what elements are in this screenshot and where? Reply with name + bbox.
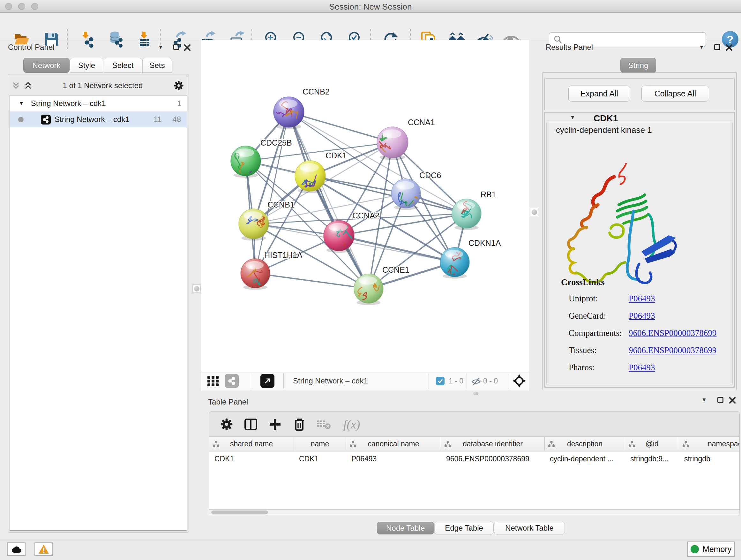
title-bar: Session: New Session bbox=[0, 0, 741, 13]
network-graph: CCNB2CCNA1CDC25BCDK1CDC6RB1CCNB1CCNA2CDK… bbox=[201, 40, 529, 371]
network-node-label-CDK1: CDK1 bbox=[326, 151, 347, 160]
column-header-namespace[interactable]: namespace bbox=[679, 437, 740, 451]
birdseye-icon[interactable] bbox=[513, 374, 526, 388]
column-header-description[interactable]: description bbox=[545, 437, 625, 451]
left-splitter-handle[interactable] bbox=[192, 285, 201, 293]
collapse-all-button[interactable]: Collapse All bbox=[642, 85, 709, 102]
tab-node-table[interactable]: Node Table bbox=[377, 522, 434, 535]
crosslink-link[interactable]: 9606.ENSP00000378699 bbox=[629, 328, 717, 338]
network-node-CDKN1A[interactable]: CDKN1A bbox=[440, 239, 501, 279]
network-node-CDK1[interactable]: CDK1 bbox=[295, 151, 347, 193]
table-cell: stringdb:9... bbox=[625, 451, 679, 466]
column-header--id[interactable]: @id bbox=[625, 437, 679, 451]
hidden-counts: 0 - 0 bbox=[483, 374, 498, 388]
tab-style[interactable]: Style bbox=[70, 58, 104, 73]
column-header-shared-name[interactable]: shared name bbox=[209, 437, 294, 451]
network-node-CDC25B[interactable]: CDC25B bbox=[231, 138, 292, 186]
detach-view-icon[interactable] bbox=[260, 374, 274, 388]
collapse-all-networks-icon[interactable] bbox=[12, 81, 20, 90]
column-header-name[interactable]: name bbox=[294, 437, 346, 451]
table-panel-menu-icon[interactable]: ▼ bbox=[701, 397, 707, 403]
gene-description: cyclin-dependent kinase 1 bbox=[556, 125, 652, 135]
toolbar-separator bbox=[67, 29, 68, 49]
tab-sets[interactable]: Sets bbox=[142, 58, 172, 73]
crosslink-label: Uniprot: bbox=[569, 294, 629, 304]
network-edge-count: 48 bbox=[172, 115, 181, 124]
network-selection-status: 1 of 1 Network selected bbox=[32, 81, 174, 90]
grid-view-icon[interactable] bbox=[207, 374, 219, 388]
control-panel-close-icon[interactable] bbox=[184, 44, 191, 51]
tab-select[interactable]: Select bbox=[104, 58, 142, 73]
table-settings-icon[interactable] bbox=[218, 416, 235, 433]
results-panel-close-icon[interactable] bbox=[726, 44, 733, 51]
tab-edge-table[interactable]: Edge Table bbox=[434, 522, 494, 535]
selected-checkbox-icon[interactable] bbox=[436, 374, 445, 388]
table-cell: 9606.ENSP00000378699 bbox=[441, 451, 545, 466]
network-node-CCNA1[interactable]: CCNA1 bbox=[369, 118, 435, 160]
bottom-splitter-handle[interactable] bbox=[473, 392, 478, 395]
expand-all-button[interactable]: Expand All bbox=[568, 85, 630, 102]
network-collection-row[interactable]: ▼ String Network – cdk1 1 bbox=[10, 96, 187, 111]
crosslink-link[interactable]: P06493 bbox=[629, 294, 655, 304]
delete-column-icon[interactable] bbox=[291, 416, 308, 433]
crosslink-link[interactable]: P06493 bbox=[629, 311, 655, 321]
network-edge-CCNA2-CDKN1A[interactable] bbox=[339, 236, 455, 262]
toolbar-separator bbox=[508, 373, 509, 388]
selected-counts: 1 - 0 bbox=[449, 374, 463, 388]
network-node-CCNB1[interactable]: CCNB1 bbox=[239, 200, 294, 241]
show-column-icon[interactable] bbox=[243, 416, 259, 433]
network-edge-HIST1H1A-CCNE1[interactable] bbox=[255, 273, 368, 289]
crosslink-link[interactable]: P06493 bbox=[629, 363, 655, 373]
network-node-label-CCNB1: CCNB1 bbox=[267, 200, 294, 209]
table-panel-float-icon[interactable] bbox=[718, 397, 724, 403]
table-panel-close-icon[interactable] bbox=[729, 397, 736, 404]
network-view-title: String Network – cdk1 bbox=[293, 374, 368, 388]
expand-all-networks-icon[interactable] bbox=[24, 81, 32, 90]
import-table-file-icon[interactable] bbox=[135, 30, 153, 48]
results-panel-title: Results Panel bbox=[546, 43, 593, 52]
network-edge-CCNB2-CCNA1[interactable] bbox=[289, 112, 393, 142]
network-edge-CCNB2-HIST1H1A[interactable] bbox=[255, 112, 289, 273]
import-network-database-icon[interactable] bbox=[107, 30, 125, 48]
crosslink-label: Tissues: bbox=[569, 346, 629, 355]
column-header-label: database identifier bbox=[463, 440, 523, 448]
network-canvas[interactable]: CCNB2CCNA1CDC25BCDK1CDC6RB1CCNB1CCNA2CDK… bbox=[201, 40, 529, 371]
crosslink-row: GeneCard:P06493 bbox=[569, 307, 731, 324]
import-network-file-icon[interactable] bbox=[78, 30, 96, 48]
toolbar-separator bbox=[283, 373, 284, 388]
table-hscrollbar-thumb[interactable] bbox=[211, 510, 268, 514]
network-view-icon[interactable] bbox=[225, 374, 239, 388]
tab-network-table[interactable]: Network Table bbox=[494, 522, 565, 535]
results-panel-menu-icon[interactable]: ▼ bbox=[699, 44, 704, 51]
hidden-eye-icon[interactable] bbox=[471, 374, 482, 388]
gene-expand-icon[interactable]: ▼ bbox=[570, 114, 576, 121]
cloud-icon[interactable] bbox=[7, 543, 25, 556]
network-node-CCNB2[interactable]: CCNB2 bbox=[273, 87, 330, 129]
crosslink-link[interactable]: 9606.ENSP00000378699 bbox=[629, 346, 717, 355]
tab-string[interactable]: String bbox=[620, 58, 656, 73]
table-cell: stringdb bbox=[679, 451, 740, 466]
network-node-CCNE1[interactable]: CCNE1 bbox=[354, 265, 409, 305]
right-splitter-handle[interactable] bbox=[530, 208, 538, 216]
collection-expand-icon[interactable]: ▼ bbox=[19, 101, 24, 106]
add-column-icon[interactable] bbox=[267, 416, 283, 433]
table-hscrollbar[interactable] bbox=[209, 509, 740, 515]
results-panel-float-icon[interactable] bbox=[714, 44, 720, 50]
network-row-selected[interactable]: String Network – cdk1 11 48 bbox=[10, 111, 187, 127]
network-node-RB1[interactable]: RB1 bbox=[452, 190, 496, 230]
delete-table-icon[interactable] bbox=[315, 416, 332, 433]
control-panel-menu-icon[interactable]: ▼ bbox=[158, 44, 163, 51]
control-panel-float-icon[interactable] bbox=[173, 44, 179, 50]
warning-icon[interactable] bbox=[35, 543, 53, 556]
tab-network[interactable]: Network bbox=[23, 58, 70, 73]
table-row[interactable]: CDK1CDK1P064939606.ENSP00000378699cyclin… bbox=[209, 451, 739, 466]
table-cell: P06493 bbox=[346, 451, 441, 466]
network-node-CDC6[interactable]: CDC6 bbox=[391, 171, 441, 210]
column-header-canonical-name[interactable]: canonical name bbox=[346, 437, 441, 451]
memory-button[interactable]: Memory bbox=[687, 542, 735, 557]
column-header-database-identifier[interactable]: database identifier bbox=[441, 437, 545, 451]
network-options-gear-icon[interactable] bbox=[174, 80, 184, 91]
network-node-HIST1H1A[interactable]: HIST1H1A bbox=[241, 251, 302, 290]
network-edge-CCNB2-CCNE1[interactable] bbox=[289, 112, 368, 289]
table-header-row: shared namenamecanonical namedatabase id… bbox=[209, 437, 739, 451]
